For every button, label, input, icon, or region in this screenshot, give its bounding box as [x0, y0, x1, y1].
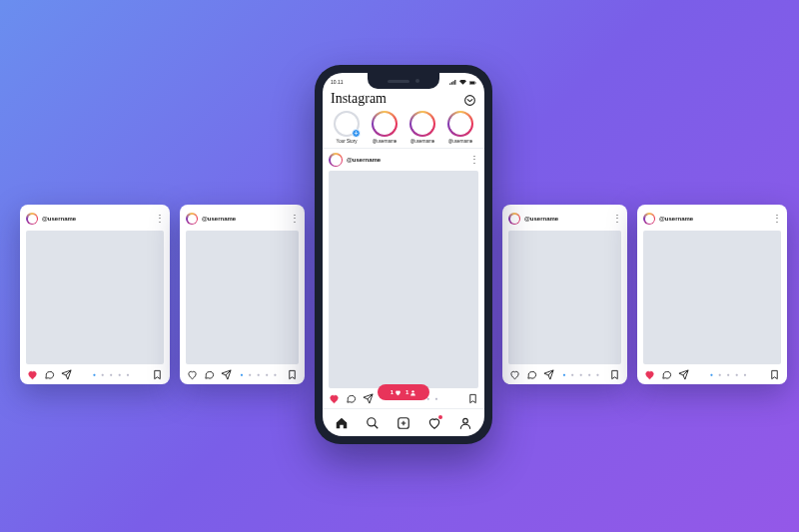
story-your-story[interactable]: + Your Story	[329, 111, 365, 144]
notification-like-count: 1	[391, 389, 394, 395]
activity-dot-icon	[438, 415, 442, 419]
username-label[interactable]: @username	[42, 216, 76, 222]
wifi-icon	[459, 80, 466, 85]
bookmark-icon[interactable]	[287, 369, 298, 380]
username-label[interactable]: @username	[202, 216, 236, 222]
post-image[interactable]	[186, 231, 299, 364]
tab-new-post[interactable]	[397, 416, 410, 430]
feed-post: @username ⋮ ● ● ● ● ●	[323, 149, 484, 408]
notification-bubble[interactable]: 1 1	[378, 384, 429, 400]
story-label: @username	[373, 139, 398, 144]
bookmark-icon[interactable]	[152, 369, 163, 380]
avatar[interactable]	[508, 213, 520, 225]
post-image[interactable]	[508, 231, 621, 364]
add-story-icon[interactable]: +	[352, 129, 361, 138]
heart-icon[interactable]	[187, 369, 198, 380]
post-card: @username ⋮ ● ● ● ● ●	[637, 205, 787, 384]
tab-activity[interactable]	[427, 416, 441, 430]
svg-rect-1	[470, 82, 475, 84]
phone-notch	[368, 73, 439, 89]
story-item[interactable]: @username	[404, 111, 440, 144]
bookmark-icon[interactable]	[609, 369, 620, 380]
direct-message-icon[interactable]	[463, 93, 476, 106]
post-image[interactable]	[329, 171, 478, 388]
carousel-dots: ● ● ● ● ●	[560, 371, 603, 377]
tab-profile[interactable]	[458, 416, 472, 430]
more-icon[interactable]: ⋮	[290, 216, 299, 222]
post-image[interactable]	[26, 231, 164, 364]
heart-icon	[395, 389, 401, 396]
post-card: @username ⋮ ● ● ● ● ●	[20, 205, 170, 384]
username-label[interactable]: @username	[347, 157, 381, 163]
story-item[interactable]: @username	[442, 111, 478, 144]
heart-icon[interactable]	[27, 369, 38, 380]
comment-icon[interactable]	[204, 369, 215, 380]
share-icon[interactable]	[61, 369, 72, 380]
svg-point-7	[462, 418, 467, 423]
avatar[interactable]	[329, 153, 343, 167]
post-image[interactable]	[643, 231, 781, 364]
comment-icon[interactable]	[44, 369, 55, 380]
post-card: @username ⋮ ● ● ● ● ●	[180, 205, 305, 384]
avatar[interactable]	[643, 213, 655, 225]
carousel-dots: ● ● ● ● ●	[695, 371, 763, 377]
comment-icon[interactable]	[661, 369, 672, 380]
share-icon[interactable]	[221, 369, 232, 380]
username-label[interactable]: @username	[524, 216, 558, 222]
avatar[interactable]	[26, 213, 38, 225]
more-icon[interactable]: ⋮	[772, 216, 781, 222]
story-label: Your Story	[337, 139, 358, 144]
story-item[interactable]: @username	[367, 111, 402, 144]
post-card: @username ⋮ ● ● ● ● ●	[502, 205, 627, 384]
share-icon[interactable]	[678, 369, 689, 380]
more-icon[interactable]: ⋮	[612, 216, 621, 222]
comment-icon[interactable]	[526, 369, 537, 380]
story-label: @username	[448, 139, 473, 144]
bookmark-icon[interactable]	[769, 369, 780, 380]
person-icon	[409, 389, 416, 396]
heart-icon[interactable]	[329, 393, 340, 404]
tab-home[interactable]	[335, 416, 349, 430]
bookmark-icon[interactable]	[467, 393, 478, 404]
carousel-dots: ● ● ● ● ●	[78, 371, 146, 377]
status-time: 10.11	[331, 79, 344, 85]
phone-frame: 10.11 Instagram + Your Story	[315, 65, 492, 444]
svg-point-3	[465, 95, 475, 105]
avatar[interactable]	[186, 213, 198, 225]
app-logo[interactable]: Instagram	[331, 91, 387, 107]
comment-icon[interactable]	[346, 393, 357, 404]
tab-search[interactable]	[366, 416, 380, 430]
app-header: Instagram	[323, 89, 484, 111]
signal-icon	[449, 80, 456, 85]
mockup-stage: @username ⋮ ● ● ● ● ● @username ⋮ ● ● ● …	[0, 0, 799, 532]
battery-icon	[469, 80, 476, 85]
heart-icon[interactable]	[509, 369, 520, 380]
username-label[interactable]: @username	[659, 216, 693, 222]
share-icon[interactable]	[543, 369, 554, 380]
more-icon[interactable]: ⋮	[469, 157, 478, 163]
more-icon[interactable]: ⋮	[155, 216, 164, 222]
stories-row[interactable]: + Your Story @username @username @userna…	[323, 111, 484, 149]
notification-follow-count: 1	[405, 389, 408, 395]
story-label: @username	[410, 139, 435, 144]
phone-screen: 10.11 Instagram + Your Story	[323, 73, 484, 436]
heart-icon[interactable]	[644, 369, 655, 380]
svg-point-5	[368, 417, 376, 425]
share-icon[interactable]	[363, 393, 374, 404]
carousel-dots: ● ● ● ● ●	[238, 371, 281, 377]
tab-bar	[323, 408, 484, 436]
svg-point-4	[412, 390, 414, 392]
svg-rect-2	[475, 82, 476, 83]
